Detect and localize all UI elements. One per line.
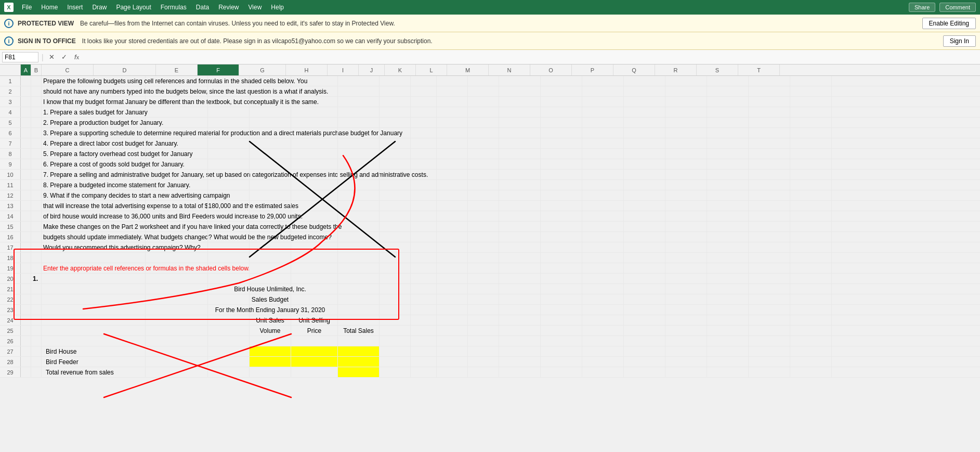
cell-13-e[interactable] — [208, 201, 250, 211]
cell-13-h[interactable] — [338, 201, 380, 211]
cell-2-g[interactable] — [291, 86, 338, 96]
cell-27-c[interactable]: Bird House — [42, 346, 146, 356]
cell-29-a[interactable] — [21, 367, 31, 377]
cell-19-m[interactable] — [499, 263, 541, 273]
cell-26-k[interactable] — [437, 336, 468, 346]
cell-15-o[interactable] — [582, 222, 624, 231]
cell-5-t[interactable] — [790, 118, 832, 127]
cell-12-q[interactable] — [665, 190, 707, 200]
cell-6-c[interactable]: 3. Prepare a supporting schedule to dete… — [42, 128, 146, 138]
cell-6-s[interactable] — [749, 128, 790, 138]
cell-24-m[interactable] — [499, 315, 541, 325]
cell-24-e[interactable] — [208, 315, 250, 325]
cell-2-b[interactable] — [31, 86, 42, 96]
col-header-l[interactable]: L — [416, 64, 447, 75]
cell-25-m[interactable] — [499, 326, 541, 335]
cell-25-c[interactable] — [42, 326, 146, 335]
cell-19-t[interactable] — [790, 263, 832, 273]
row-number-24[interactable]: 24 — [0, 315, 21, 325]
cell-24-q[interactable] — [665, 315, 707, 325]
cell-27-i[interactable] — [380, 346, 411, 356]
menu-item-review[interactable]: Review — [214, 2, 243, 12]
cell-23-n[interactable] — [541, 305, 582, 315]
cell-28-l[interactable] — [468, 357, 499, 367]
cell-29-e[interactable] — [208, 367, 250, 377]
cell-12-b[interactable] — [31, 190, 42, 200]
cell-10-s[interactable] — [749, 170, 790, 179]
cell-26-g[interactable] — [291, 336, 338, 346]
cell-10-m[interactable] — [499, 170, 541, 179]
cell-22-p[interactable] — [624, 294, 665, 304]
cell-14-f[interactable] — [250, 211, 291, 221]
cell-2-t[interactable] — [790, 86, 832, 96]
row-number-28[interactable]: 28 — [0, 357, 21, 367]
cell-17-i[interactable] — [380, 242, 411, 252]
confirm-formula-icon[interactable]: ✓ — [59, 52, 70, 62]
cell-5-l[interactable] — [468, 118, 499, 127]
cell-8-n[interactable] — [541, 149, 582, 159]
cell-17-j[interactable] — [411, 242, 437, 252]
cell-22-l[interactable] — [468, 294, 499, 304]
cell-16-m[interactable] — [499, 232, 541, 242]
cell-12-l[interactable] — [468, 190, 499, 200]
cell-11-i[interactable] — [380, 180, 411, 190]
cell-23-l[interactable] — [468, 305, 499, 315]
cell-22-r[interactable] — [707, 294, 749, 304]
cell-6-f[interactable] — [250, 128, 291, 138]
cell-10-f[interactable] — [250, 170, 291, 179]
cell-1-s[interactable] — [749, 76, 790, 86]
cell-10-r[interactable] — [707, 170, 749, 179]
col-header-t[interactable]: T — [738, 64, 780, 75]
menu-item-home[interactable]: Home — [37, 2, 62, 12]
row-number-13[interactable]: 13 — [0, 201, 21, 211]
cell-8-f[interactable] — [250, 149, 291, 159]
cell-24-a[interactable] — [21, 315, 31, 325]
cell-7-e[interactable] — [208, 138, 250, 148]
cell-29-k[interactable] — [437, 367, 468, 377]
cell-5-o[interactable] — [582, 118, 624, 127]
cell-10-i[interactable] — [380, 170, 411, 179]
cell-15-e[interactable] — [208, 222, 250, 231]
cell-5-h[interactable] — [338, 118, 380, 127]
cell-22-t[interactable] — [790, 294, 832, 304]
cell-20-q[interactable] — [665, 274, 707, 283]
cell-12-j[interactable] — [411, 190, 437, 200]
cell-10-e[interactable] — [208, 170, 250, 179]
cell-14-g[interactable] — [291, 211, 338, 221]
cell-7-a[interactable] — [21, 138, 31, 148]
cell-9-s[interactable] — [749, 159, 790, 169]
cell-21-n[interactable] — [541, 284, 582, 294]
cell-28-q[interactable] — [665, 357, 707, 367]
cell-14-s[interactable] — [749, 211, 790, 221]
cell-26-n[interactable] — [541, 336, 582, 346]
cell-4-a[interactable] — [21, 107, 31, 117]
cell-4-s[interactable] — [749, 107, 790, 117]
cell-16-h[interactable] — [338, 232, 380, 242]
cell-26-i[interactable] — [380, 336, 411, 346]
cell-23-j[interactable] — [411, 305, 437, 315]
comment-button[interactable]: Comment — [939, 3, 976, 12]
cell-15-m[interactable] — [499, 222, 541, 231]
menu-item-page layout[interactable]: Page Layout — [112, 2, 155, 12]
col-header-p[interactable]: P — [572, 64, 613, 75]
cell-21-f[interactable]: Bird House Unlimited, Inc. — [250, 284, 291, 294]
menu-item-insert[interactable]: Insert — [63, 2, 87, 12]
cell-27-j[interactable] — [411, 346, 437, 356]
cell-19-g[interactable] — [291, 263, 338, 273]
cell-1-r[interactable] — [707, 76, 749, 86]
row-number-9[interactable]: 9 — [0, 159, 21, 169]
cell-18-r[interactable] — [707, 253, 749, 263]
cell-28-e[interactable] — [208, 357, 250, 367]
cell-10-q[interactable] — [665, 170, 707, 179]
cell-4-i[interactable] — [380, 107, 411, 117]
cell-15-d[interactable] — [146, 222, 208, 231]
cell-20-l[interactable] — [468, 274, 499, 283]
cell-11-n[interactable] — [541, 180, 582, 190]
cancel-formula-icon[interactable]: ✕ — [47, 52, 57, 62]
cell-22-o[interactable] — [582, 294, 624, 304]
cell-25-l[interactable] — [468, 326, 499, 335]
cell-1-i[interactable] — [380, 76, 411, 86]
cell-25-s[interactable] — [749, 326, 790, 335]
cell-1-b[interactable] — [31, 76, 42, 86]
cell-24-c[interactable] — [42, 315, 146, 325]
